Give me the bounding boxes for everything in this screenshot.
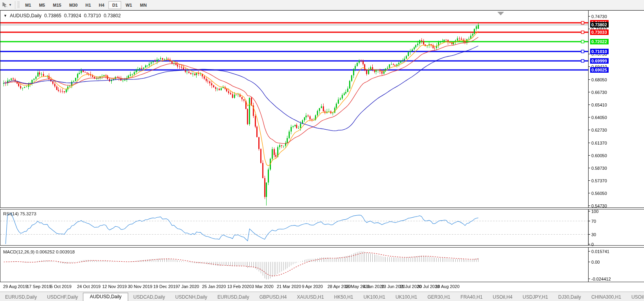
- timeframe-button-mn[interactable]: MN: [136, 1, 150, 9]
- timeframe-button-h1[interactable]: H1: [82, 1, 94, 9]
- toolbar-separator: [15, 1, 15, 9]
- date-axis-label: 17 Sep 2019: [27, 284, 51, 289]
- date-axis-label: 30 Nov 2019: [128, 284, 152, 289]
- chart-tab-bar: EURUSD,DailyUSDCHF,DailyAUDUSD,DailyUSDC…: [0, 292, 644, 301]
- chart-tab-ger30-h1[interactable]: GER30,H1: [422, 294, 455, 301]
- date-axis-label: 29 Aug 2019: [3, 284, 28, 289]
- chart-tab-eurusd-daily[interactable]: EURUSD,Daily: [0, 294, 42, 301]
- price-chart-canvas[interactable]: [0, 11, 644, 207]
- chart-tab-xauusd-h1[interactable]: XAUUSD,H1: [292, 294, 329, 301]
- chart-tab-usdjpy-h1[interactable]: USDJPY,H1: [517, 294, 553, 301]
- date-axis-label: 7 Jan 2020: [178, 284, 199, 289]
- date-axis-label: 3 Mar 2020: [252, 284, 274, 289]
- date-axis-label: 19 Dec 2019: [153, 284, 178, 289]
- rsi-indicator-panel: 10070300 RSI(14) 75.3273: [0, 209, 644, 246]
- chart-tab-usdcnh-daily[interactable]: USDCNH,Daily: [170, 294, 212, 301]
- macd-canvas[interactable]: [0, 248, 644, 282]
- timeframe-button-w1[interactable]: W1: [122, 1, 136, 9]
- toolbar-drag-handle[interactable]: [17, 2, 20, 9]
- date-axis-label: 13 Feb 2020: [227, 284, 252, 289]
- pointer-tool-icon: [2, 2, 8, 8]
- timeframe-button-m30[interactable]: M30: [66, 1, 81, 9]
- chart-tab-gbpusd-h4[interactable]: GBPUSD,H4: [254, 294, 292, 301]
- macd-label: MACD(12,26,9) 0.006252 0.003918: [3, 250, 75, 254]
- chart-tab-eurusd-daily[interactable]: EURUSD,Daily: [212, 294, 254, 301]
- timeframe-button-d1[interactable]: D1: [109, 1, 121, 9]
- chart-tab-audusd-daily[interactable]: AUDUSD,Daily: [83, 293, 128, 301]
- chart-symbol-label: AUDUSD,Daily: [10, 13, 42, 18]
- chart-tab-fra40-h1[interactable]: FRA40,H1: [455, 294, 488, 301]
- timeframe-button-m15[interactable]: M15: [49, 1, 64, 9]
- chart-tab-uk100-h1[interactable]: UK100,H1: [359, 294, 390, 301]
- timeframe-button-h4[interactable]: H4: [95, 1, 108, 9]
- timeframe-buttons: M1M5M15M30H1H4D1W1MN: [21, 1, 151, 9]
- chevron-down-icon: ▼: [9, 4, 12, 7]
- chart-tab-china300-h1[interactable]: CHINA300,H1: [586, 294, 626, 301]
- rsi-label: RSI(14) 75.3273: [3, 211, 36, 216]
- timeframe-toolbar: ▼ M1M5M15M30H1H4D1W1MN: [0, 0, 644, 10]
- chart-tab-usdcad-daily[interactable]: USDCAD,Daily: [128, 294, 170, 301]
- ohlc-high: 0.73924: [64, 13, 81, 18]
- macd-indicator-panel: 0.0157410.00-0.024412 MACD(12,26,9) 0.00…: [0, 247, 644, 282]
- pointer-tool-button[interactable]: ▼: [0, 1, 14, 9]
- date-axis-label: 21 Mar 2020: [277, 284, 301, 289]
- date-axis-label: 25 Jan 2020: [202, 284, 226, 289]
- chart-tab-usoil-h4[interactable]: USOil,H4: [488, 294, 517, 301]
- chart-tab-hk50-h1[interactable]: HK50,H1: [329, 294, 359, 301]
- chart-tab-dj30-daily[interactable]: DJ30,Daily: [553, 294, 586, 301]
- timeframe-button-m1[interactable]: M1: [22, 1, 35, 9]
- mt4-terminal: { "toolbar": { "tool_icon": "pointer-too…: [0, 0, 644, 301]
- date-axis-label: 5 Oct 2019: [50, 284, 72, 289]
- date-axis-label: 12 Nov 2019: [102, 284, 127, 289]
- ohlc-close: 0.73802: [104, 13, 121, 18]
- chart-title-dropdown-icon[interactable]: ▼: [4, 14, 7, 18]
- date-axis-label: 18 Aug 2020: [435, 284, 460, 289]
- ohlc-low: 0.73710: [84, 13, 101, 18]
- date-axis: 29 Aug 201917 Sep 20195 Oct 201924 Oct 2…: [0, 283, 644, 291]
- date-axis-label: 24 Oct 2019: [77, 284, 101, 289]
- price-chart-panel: 0.747300.734100.707300.694100.680500.667…: [0, 10, 644, 208]
- chart-title[interactable]: ▼ AUDUSD,Daily 0.73865 0.73924 0.73710 0…: [4, 13, 121, 18]
- chart-tab-usoil-h1[interactable]: USOil,H1: [626, 294, 644, 301]
- rsi-canvas[interactable]: [0, 209, 644, 245]
- chart-tab-uk100-h1[interactable]: UK100,H1: [390, 294, 422, 301]
- timeframe-button-m5[interactable]: M5: [35, 1, 48, 9]
- ohlc-open: 0.73865: [44, 13, 61, 18]
- date-axis-label: 9 Apr 2020: [302, 284, 323, 289]
- chart-tab-usdchf-daily[interactable]: USDCHF,Daily: [42, 294, 83, 301]
